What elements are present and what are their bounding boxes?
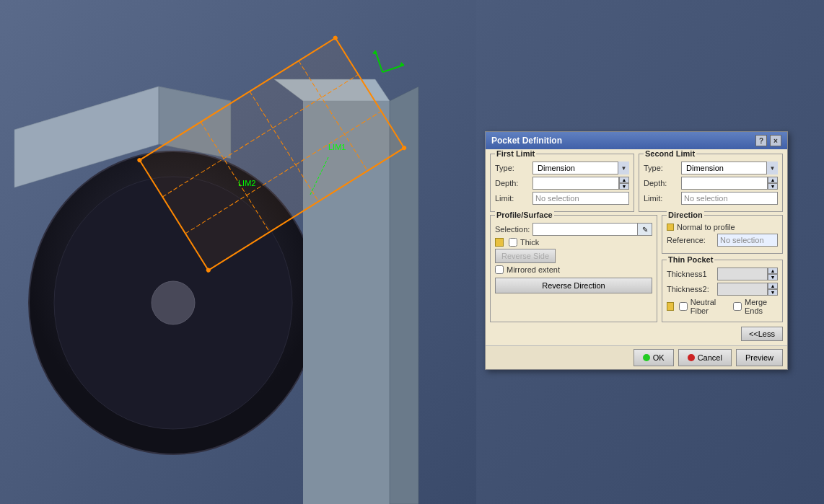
first-depth-spin: 13mm ▲ ▼ xyxy=(532,177,629,190)
second-type-row: Type: Dimension ▼ xyxy=(644,162,778,174)
cad-scene-svg: LIM1 LIM2 xyxy=(0,0,476,504)
svg-text:LIM1: LIM1 xyxy=(328,143,346,151)
second-limit-label: Second Limit xyxy=(644,149,696,158)
mirrored-extent-checkbox[interactable] xyxy=(495,265,504,274)
thick-row: Thick xyxy=(495,238,652,247)
second-limit-label2: Limit: xyxy=(644,194,681,203)
neutral-fiber-icon xyxy=(667,302,674,311)
first-type-row: Type: Dimension ▼ xyxy=(495,162,629,174)
second-depth-up[interactable]: ▲ xyxy=(768,177,778,183)
reference-label: Reference: xyxy=(667,236,717,244)
thickness1-up[interactable]: ▲ xyxy=(768,268,778,274)
normal-to-profile-icon xyxy=(667,224,674,231)
first-type-select[interactable]: Dimension xyxy=(532,162,629,174)
dialog-title: Pocket Definition xyxy=(491,136,562,146)
first-depth-up[interactable]: ▲ xyxy=(619,177,629,183)
first-limit-label2: Limit: xyxy=(495,194,532,203)
first-limit-row: Limit: No selection xyxy=(495,192,629,205)
thin-pocket-group: Thin Pocket Thickness1 13.5mm ▲ ▼ xyxy=(662,260,783,322)
first-type-label: Type: xyxy=(495,164,532,172)
first-limit-label: First Limit xyxy=(495,149,536,158)
dialog-body: First Limit Type: Dimension ▼ Depth: xyxy=(486,149,787,345)
merge-ends-checkbox[interactable] xyxy=(733,302,742,311)
selection-row: Selection: Sketch.69 ✎ xyxy=(495,223,652,236)
reference-no-selection[interactable]: No selection xyxy=(717,234,778,247)
ok-button[interactable]: OK xyxy=(634,349,674,366)
profile-surface-group: Profile/Surface Selection: Sketch.69 ✎ T… xyxy=(490,215,657,322)
first-type-select-wrapper: Dimension ▼ xyxy=(532,162,629,174)
merge-ends-label: Merge Ends xyxy=(745,298,778,315)
less-button-row: <<Less xyxy=(490,327,783,341)
dialog-title-buttons: ? × xyxy=(755,135,781,146)
limits-row: First Limit Type: Dimension ▼ Depth: xyxy=(490,154,783,215)
selection-label: Selection: xyxy=(495,225,532,234)
dialog-help-button[interactable]: ? xyxy=(755,135,767,146)
neutral-fiber-checkbox[interactable] xyxy=(679,302,688,311)
profile-direction-row: Profile/Surface Selection: Sketch.69 ✎ T… xyxy=(490,215,783,325)
svg-text:LIM2: LIM2 xyxy=(238,179,255,187)
reverse-side-row: Reverse Side xyxy=(495,249,652,263)
second-depth-input[interactable]: 0mm xyxy=(681,177,768,190)
thickness2-down[interactable]: ▼ xyxy=(768,289,778,296)
first-limit-group: First Limit Type: Dimension ▼ Depth: xyxy=(490,154,634,212)
reference-row: Reference: No selection xyxy=(667,234,778,247)
neutral-fiber-merge-row: Neutral Fiber Merge Ends xyxy=(667,298,778,315)
pocket-definition-dialog: Pocket Definition ? × First Limit Type: … xyxy=(485,131,788,370)
direction-label: Direction xyxy=(667,211,704,219)
second-type-select[interactable]: Dimension xyxy=(681,162,778,174)
thickness1-spin: 13.5mm ▲ ▼ xyxy=(717,268,778,280)
dialog-footer: OK Cancel Preview xyxy=(486,345,787,369)
svg-point-6 xyxy=(152,281,195,324)
thickness1-label: Thickness1 xyxy=(667,270,717,278)
thickness1-row: Thickness1 13.5mm ▲ ▼ xyxy=(667,268,778,280)
second-limit-no-selection[interactable]: No selection xyxy=(681,192,778,205)
selection-input[interactable]: Sketch.69 xyxy=(532,223,638,236)
second-depth-down[interactable]: ▼ xyxy=(768,183,778,190)
second-limit-row: Limit: No selection xyxy=(644,192,778,205)
first-depth-label: Depth: xyxy=(495,179,532,187)
normal-to-profile-label: Normal to profile xyxy=(677,223,735,231)
neutral-fiber-label: Neutral Fiber xyxy=(691,298,726,315)
selection-edit-button[interactable]: ✎ xyxy=(638,223,652,236)
second-type-select-wrapper: Dimension ▼ xyxy=(681,162,778,174)
thickness1-input[interactable]: 13.5mm xyxy=(717,268,768,280)
thick-checkbox[interactable] xyxy=(509,238,517,247)
profile-surface-label: Profile/Surface xyxy=(495,211,554,219)
thick-icon xyxy=(495,238,504,247)
cancel-dot-icon xyxy=(688,354,695,361)
ok-dot-icon xyxy=(643,354,650,361)
reverse-direction-row: Reverse Direction xyxy=(495,276,652,293)
first-depth-input[interactable]: 13mm xyxy=(532,177,619,190)
reverse-direction-button[interactable]: Reverse Direction xyxy=(495,278,652,293)
reverse-side-button[interactable]: Reverse Side xyxy=(495,249,556,263)
ok-label: OK xyxy=(653,353,665,362)
second-limit-group: Second Limit Type: Dimension ▼ Depth: xyxy=(639,154,783,212)
mirrored-extent-row: Mirrored extent xyxy=(495,265,652,274)
first-depth-row: Depth: 13mm ▲ ▼ xyxy=(495,177,629,190)
second-depth-spin: 0mm ▲ ▼ xyxy=(681,177,778,190)
thickness1-down[interactable]: ▼ xyxy=(768,274,778,280)
thick-label: Thick xyxy=(520,238,539,247)
thickness2-spin: 0.5mm ▲ ▼ xyxy=(717,283,778,296)
thin-pocket-label: Thin Pocket xyxy=(667,255,714,264)
selection-input-group: Sketch.69 ✎ xyxy=(532,223,652,236)
normal-to-profile-row: Normal to profile xyxy=(667,223,778,231)
dialog-titlebar: Pocket Definition ? × xyxy=(486,132,787,149)
first-depth-down[interactable]: ▼ xyxy=(619,183,629,190)
thickness2-up[interactable]: ▲ xyxy=(768,283,778,289)
cancel-button[interactable]: Cancel xyxy=(678,349,732,366)
right-column: Direction Normal to profile Reference: N… xyxy=(662,215,783,325)
less-button[interactable]: <<Less xyxy=(741,327,783,341)
second-type-label: Type: xyxy=(644,164,681,172)
first-limit-no-selection[interactable]: No selection xyxy=(532,192,629,205)
cancel-label: Cancel xyxy=(698,353,722,362)
thickness2-input[interactable]: 0.5mm xyxy=(717,283,768,296)
preview-button[interactable]: Preview xyxy=(736,349,783,366)
dialog-close-button[interactable]: × xyxy=(770,135,781,146)
thickness2-label: Thickness2: xyxy=(667,285,717,293)
second-depth-label: Depth: xyxy=(644,179,681,187)
second-depth-row: Depth: 0mm ▲ ▼ xyxy=(644,177,778,190)
mirrored-extent-label: Mirrored extent xyxy=(507,265,560,274)
thickness2-row: Thickness2: 0.5mm ▲ ▼ xyxy=(667,283,778,296)
direction-group: Direction Normal to profile Reference: N… xyxy=(662,215,783,254)
